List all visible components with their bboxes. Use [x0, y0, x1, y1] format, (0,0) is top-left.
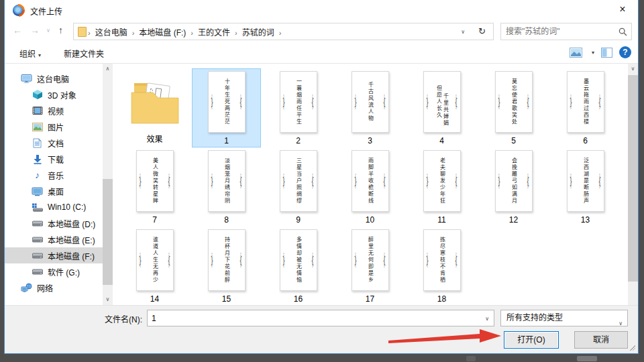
- help-icon[interactable]: ?: [619, 46, 631, 58]
- window-title: 文件上传: [30, 5, 62, 17]
- preview-pane-icon[interactable]: [601, 48, 612, 58]
- folder-item[interactable]: 效果: [120, 68, 189, 147]
- poem-card-thumbnail: ¦}¦醉里无何即是乡¦{¦: [352, 229, 389, 291]
- poem-card-thumbnail: ¦}¦多情却被无情恼¦{¦: [280, 229, 317, 291]
- file-item[interactable]: ¦}¦墨云拖雨过西楼¦{¦6: [551, 68, 620, 147]
- thumbnail-view-icon[interactable]: [570, 48, 582, 58]
- new-folder-button[interactable]: 新建文件夹: [64, 48, 104, 59]
- search-input[interactable]: [506, 24, 613, 39]
- file-list-scroll-thumb[interactable]: [628, 75, 638, 282]
- close-icon[interactable]: ×: [612, 1, 633, 17]
- file-item[interactable]: ¦}¦持杯月下花前醉¦{¦15: [192, 227, 261, 305]
- scroll-up-icon[interactable]: ∧: [103, 64, 113, 74]
- network-icon: [21, 282, 32, 293]
- organize-button[interactable]: 组织▾: [19, 48, 41, 59]
- resize-grip[interactable]: [630, 345, 635, 351]
- folder-icon: [130, 75, 180, 127]
- chevron-down-icon[interactable]: ∨: [485, 316, 489, 322]
- file-item[interactable]: ¦}¦千古风流人物¦{¦3: [335, 68, 405, 147]
- poem-card-thumbnail: ¦}¦持杯月下花前醉¦{¦: [208, 229, 246, 291]
- sidebar-item[interactable]: 网络: [5, 280, 103, 296]
- file-item[interactable]: ¦}¦醉里无何即是乡¦{¦17: [335, 227, 405, 305]
- ornament-right: ¦{¦: [311, 94, 313, 110]
- card-text: 一蓑烟雨任平生: [295, 74, 302, 129]
- sidebar-item-label: 音乐: [48, 170, 64, 181]
- file-item[interactable]: ¦}¦会挽雕弓如满月¦{¦12: [479, 147, 548, 227]
- ornament-right: ¦{¦: [527, 173, 529, 189]
- file-item[interactable]: ¦}¦淡烟笼月绣帘阴¦{¦8: [192, 147, 261, 227]
- breadcrumb-item[interactable]: 王的文件: [193, 28, 235, 38]
- address-bar[interactable]: ›这台电脑›本地磁盘 (F:)›王的文件›苏轼的词› ∨: [73, 23, 472, 40]
- sidebar-item[interactable]: 3D 对象: [5, 86, 103, 103]
- sidebar-scrollbar[interactable]: ∧ ∨: [103, 64, 113, 305]
- sidebar-item[interactable]: 图片: [5, 119, 103, 135]
- file-list-area: 效果¦}¦十年生死两茫茫¦{¦1¦}¦一蓑烟雨任平生¦{¦2¦}¦千古风流人物¦…: [113, 64, 628, 305]
- cancel-button[interactable]: 取消: [574, 331, 628, 349]
- sidebar-item[interactable]: 视频: [5, 103, 103, 119]
- file-item[interactable]: ¦}¦一蓑烟雨任平生¦{¦2: [264, 68, 333, 147]
- sidebar-item-label: 本地磁盘 (D:): [48, 218, 95, 229]
- card-text: 拣尽寒枝不肯栖: [439, 233, 445, 288]
- ornament-left: ¦}¦: [211, 173, 213, 189]
- sidebar-item[interactable]: 本地磁盘 (F:): [5, 247, 103, 263]
- filename-input[interactable]: [152, 311, 474, 325]
- sidebar-item-label: 本地磁盘 (F:): [48, 250, 95, 261]
- ornament-left: ¦}¦: [498, 94, 500, 110]
- file-name: 8: [193, 215, 260, 225]
- filename-combobox[interactable]: ∨: [147, 310, 494, 326]
- address-dropdown-icon[interactable]: ∨: [461, 29, 471, 35]
- file-item[interactable]: ¦}¦谁道人生无再少¦{¦14: [120, 227, 189, 305]
- file-item[interactable]: ¦}¦三星当户照绸缪¦{¦9: [264, 147, 333, 227]
- file-item[interactable]: ¦}¦十年生死两茫茫¦{¦1: [192, 68, 261, 147]
- sidebar-item[interactable]: 下载: [5, 151, 103, 167]
- scroll-down-icon[interactable]: ∨: [628, 64, 638, 74]
- open-button[interactable]: 打开(O): [504, 331, 559, 349]
- file-item[interactable]: ¦}¦多情却被无情恼¦{¦16: [264, 227, 333, 305]
- file-list-scrollbar[interactable]: ∧ ∨: [628, 64, 638, 305]
- file-item[interactable]: ¦}¦老夫聊发少年狂¦{¦11: [407, 147, 476, 227]
- view-options-caret-icon[interactable]: ▾: [592, 50, 594, 56]
- filetype-select[interactable]: 所有支持的类型 ∨: [500, 310, 628, 326]
- sidebar-item[interactable]: 文档: [5, 135, 103, 151]
- refresh-button[interactable]: ↻: [471, 23, 494, 40]
- sidebar-item-label: 文档: [48, 137, 64, 149]
- firefox-icon: [13, 5, 24, 16]
- scroll-down-icon[interactable]: ∨: [103, 294, 113, 305]
- chevron-down-icon: ∨: [619, 316, 623, 331]
- sidebar-item[interactable]: ♪音乐: [5, 167, 103, 183]
- sidebar-item-label: 这台电脑: [37, 73, 69, 84]
- drive-icon: [32, 218, 43, 229]
- sidebar-item[interactable]: 本地磁盘 (E:): [5, 231, 103, 247]
- file-item[interactable]: ¦}¦但愿人长久千里共婵娟¦{¦4: [407, 68, 476, 147]
- breadcrumb-item[interactable]: 本地磁盘 (F:): [134, 28, 191, 38]
- file-item[interactable]: ¦}¦泛西湖是断肠声¦{¦13: [551, 147, 620, 227]
- file-name: 15: [193, 294, 260, 304]
- sidebar-item-label: Win10 (C:): [48, 202, 86, 212]
- back-button[interactable]: ←: [13, 25, 22, 36]
- sidebar-item[interactable]: Win10 (C:): [5, 199, 103, 215]
- sidebar-list: 这台电脑3D 对象视频图片文档下载♪音乐桌面Win10 (C:)本地磁盘 (D:…: [5, 70, 103, 296]
- file-name: 16: [264, 294, 332, 304]
- file-item[interactable]: ¦}¦拣尽寒枝不肯栖¦{¦18: [407, 227, 476, 305]
- sidebar-item[interactable]: 本地磁盘 (D:): [5, 215, 103, 231]
- sidebar-item[interactable]: 这台电脑: [5, 70, 103, 86]
- up-button[interactable]: ↑: [58, 25, 63, 36]
- breadcrumb-item[interactable]: 这台电脑: [91, 28, 132, 38]
- poem-card-thumbnail: ¦}¦三星当户照绸缪¦{¦: [280, 150, 317, 212]
- card-text: 会挽雕弓如满月: [511, 154, 517, 208]
- file-name: 5: [480, 136, 547, 145]
- recent-locations-chevron-icon[interactable]: ∨: [46, 27, 50, 34]
- file-item[interactable]: ¦}¦美人微笑转星眸¦{¦7: [120, 147, 189, 227]
- breadcrumb-item[interactable]: 苏轼的词: [237, 28, 279, 38]
- search-box[interactable]: [500, 23, 632, 40]
- sidebar-scroll-thumb[interactable]: [103, 179, 113, 285]
- sidebar-item[interactable]: 软件 (G:): [5, 263, 103, 280]
- title-bar: 文件上传 ×: [5, 0, 638, 20]
- sidebar-item[interactable]: 桌面: [5, 183, 103, 199]
- file-upload-dialog: 文件上传 × ← → ∨ ↑ ›这台电脑›本地磁盘 (F:)›王的文件›苏轼的词…: [4, 0, 639, 354]
- poem-card-thumbnail: ¦}¦千古风流人物¦{¦: [352, 71, 389, 133]
- computer-icon: [21, 73, 32, 84]
- file-item[interactable]: ¦}¦莫忘使君歌笑处¦{¦5: [479, 68, 548, 147]
- file-item[interactable]: ¦}¦雨脚半收檐断线¦{¦10: [335, 147, 405, 227]
- forward-button[interactable]: →: [30, 25, 40, 36]
